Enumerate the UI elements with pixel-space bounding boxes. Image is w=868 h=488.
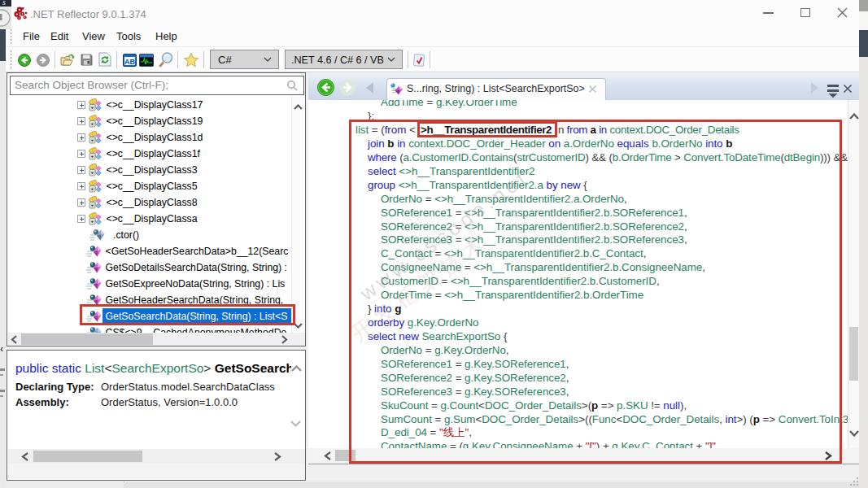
- svg-text:AB: AB: [124, 58, 135, 66]
